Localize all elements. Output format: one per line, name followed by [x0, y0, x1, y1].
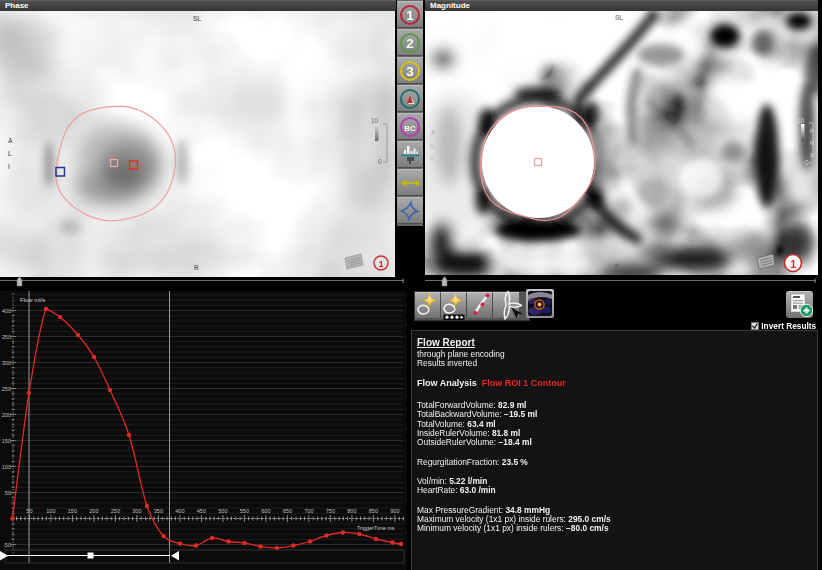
- svg-text:200: 200: [2, 412, 11, 418]
- svg-text:850: 850: [369, 508, 378, 514]
- svg-text:350: 350: [2, 334, 11, 340]
- svg-text:10: 10: [797, 117, 805, 124]
- svg-text:800: 800: [347, 508, 356, 514]
- svg-text:300: 300: [132, 508, 141, 514]
- svg-text:750: 750: [326, 508, 335, 514]
- svg-text:100: 100: [46, 508, 55, 514]
- svg-text:600: 600: [261, 508, 270, 514]
- svg-text:250: 250: [111, 508, 120, 514]
- svg-text:900: 900: [390, 508, 399, 514]
- svg-text:SL: SL: [193, 15, 201, 22]
- svg-text:500: 500: [218, 508, 227, 514]
- svg-text:A: A: [431, 129, 436, 136]
- svg-text:350: 350: [154, 508, 163, 514]
- svg-text:10: 10: [371, 117, 379, 124]
- svg-text:150: 150: [2, 438, 11, 444]
- svg-text:150: 150: [68, 508, 77, 514]
- svg-text:450: 450: [197, 508, 206, 514]
- svg-text:1: 1: [791, 259, 797, 270]
- svg-text:0: 0: [378, 158, 382, 165]
- svg-text:0: 0: [805, 159, 809, 166]
- svg-text:-50: -50: [3, 542, 11, 548]
- svg-text:R: R: [194, 264, 199, 271]
- svg-text:2: 2: [406, 36, 414, 51]
- svg-text:1: 1: [379, 259, 384, 269]
- svg-text:550: 550: [240, 508, 249, 514]
- svg-text:I: I: [8, 163, 10, 170]
- svg-text:L: L: [8, 150, 12, 157]
- svg-text:R: R: [810, 140, 815, 146]
- svg-text:50: 50: [5, 490, 11, 496]
- svg-text:3: 3: [406, 64, 414, 79]
- svg-text:TriggerTime ms: TriggerTime ms: [357, 525, 395, 531]
- svg-text:300: 300: [2, 360, 11, 366]
- svg-text:P: P: [810, 128, 814, 134]
- svg-text:250: 250: [2, 386, 11, 392]
- svg-text:BC: BC: [404, 124, 416, 133]
- svg-text:650: 650: [283, 508, 292, 514]
- svg-text:I: I: [431, 155, 433, 162]
- svg-text:200: 200: [89, 508, 98, 514]
- svg-text:Flow ml/s: Flow ml/s: [20, 297, 45, 303]
- svg-text:700: 700: [304, 508, 313, 514]
- svg-text:S: S: [810, 152, 814, 158]
- svg-text:R: R: [615, 263, 620, 270]
- svg-text:A: A: [8, 137, 13, 144]
- svg-text:SL: SL: [615, 14, 623, 21]
- svg-text:400: 400: [2, 308, 11, 314]
- svg-text:1: 1: [406, 8, 414, 23]
- svg-text:L: L: [431, 142, 435, 149]
- svg-text:400: 400: [175, 508, 184, 514]
- svg-text:100: 100: [2, 464, 11, 470]
